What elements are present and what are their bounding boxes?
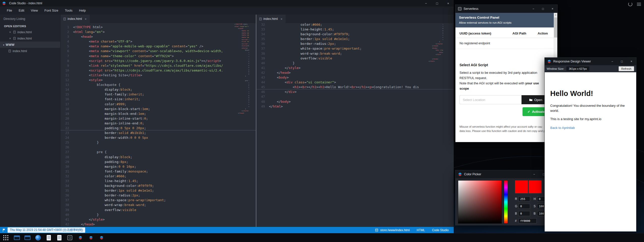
code-line[interactable]: 13 blockquote { xyxy=(60,82,256,87)
minimize-button[interactable]: − xyxy=(420,0,432,7)
close-file-icon[interactable]: × xyxy=(9,37,12,40)
scroll-up-icon[interactable]: ▲ xyxy=(554,13,557,17)
close-tab-icon[interactable]: × xyxy=(281,17,283,21)
code-line[interactable]: 3 <head> xyxy=(60,34,256,39)
title-bar[interactable]: Code Studio - index.html − □ × xyxy=(0,0,454,7)
code-line[interactable]: 18 margin-block-start:1em; xyxy=(60,107,256,111)
code-line[interactable]: 4 <meta charset="UTF-8"> xyxy=(60,39,256,44)
code-line[interactable]: 33 line-height:1.45; xyxy=(256,27,454,32)
code-line[interactable]: 28 display:block; xyxy=(60,155,256,159)
minimap[interactable]: 1<!DOCTYPE html>2<html lang="en">3 <head… xyxy=(234,23,249,227)
code-line[interactable]: 2<html lang="en"> xyxy=(60,29,256,34)
code-line[interactable]: 32 color:#666; xyxy=(60,174,256,179)
status-language[interactable]: HTML xyxy=(417,228,425,232)
restore-button[interactable]: □ xyxy=(432,0,443,7)
code-line[interactable]: 24 border-width:0 0 0 5px xyxy=(60,135,256,140)
code-line[interactable]: 1<!DOCTYPE html> xyxy=(60,25,256,29)
file-item[interactable]: index.html xyxy=(0,48,60,54)
code-line[interactable]: 44 <div class="ui container"> xyxy=(256,80,454,85)
code-line[interactable]: 34 background-color:#f9f9f9; xyxy=(60,183,256,188)
code-line[interactable]: 14 display:block; xyxy=(60,87,256,92)
code-line[interactable]: 8 <script src="https://code.jquery.com/j… xyxy=(60,58,256,63)
document-icon[interactable] xyxy=(56,234,63,241)
code-line[interactable]: 21 margin-inline-end:0; xyxy=(60,121,256,126)
code-line[interactable]: 32 color:#666; xyxy=(256,23,454,27)
menu-view[interactable]: View xyxy=(27,7,41,15)
code-line[interactable]: 35 border:1px solid #e1e1e1; xyxy=(60,188,256,193)
maximize-button[interactable]: □ xyxy=(538,5,548,13)
menu-file[interactable]: File xyxy=(4,7,15,15)
code-line[interactable]: 36 border-radius:2px; xyxy=(256,41,454,46)
code-line[interactable]: 25 } xyxy=(60,140,256,145)
hue-slider[interactable] xyxy=(504,180,508,224)
code-line[interactable]: 42 </head> xyxy=(60,222,256,227)
code-line[interactable]: 20 margin-inline-start:0; xyxy=(60,116,256,121)
code-line[interactable]: 23 border:solid #b1b1b1; xyxy=(60,130,256,135)
code-editor[interactable]: 1<!DOCTYPE html>2<html lang="en">3 <head… xyxy=(234,23,241,114)
previous-color-swatch[interactable] xyxy=(529,180,542,193)
folder-www[interactable]: ▾ WWW xyxy=(0,42,60,48)
document-icon[interactable] xyxy=(45,234,52,241)
code-line[interactable]: 46 </div> xyxy=(256,89,454,94)
code-line[interactable]: 22 padding:0 5px 0 20px; xyxy=(60,126,256,130)
code-line[interactable]: 10 <script src="https://cdnjs.cloudflare… xyxy=(60,68,256,73)
close-button[interactable]: × xyxy=(627,58,636,65)
app-grid-icon[interactable] xyxy=(3,234,9,241)
code-line[interactable]: 47 xyxy=(256,94,454,99)
code-line[interactable]: 49</html> xyxy=(256,104,454,109)
status-datetime[interactable]: Thu May 11 2023 21:54:48 GMT+0800 (台北標準時… xyxy=(8,227,85,233)
code-line[interactable]: 40 } xyxy=(60,212,256,217)
code-line[interactable]: 39 overflow:visible xyxy=(256,56,454,61)
window-icon[interactable] xyxy=(14,234,20,241)
tab-index-html[interactable]: index.html × xyxy=(256,15,286,23)
window-size-value[interactable]: 361px x 627px xyxy=(566,66,590,71)
code-line[interactable]: 36 border-radius:2px; xyxy=(60,193,256,198)
code-studio-icon[interactable] xyxy=(88,234,94,241)
open-editors-header[interactable]: OPEN EDITORS xyxy=(0,23,60,29)
code-studio-icon[interactable] xyxy=(98,234,105,241)
close-file-icon[interactable]: × xyxy=(9,30,12,34)
code-line[interactable]: 9 <link rel="stylesheet" href="https://c… xyxy=(60,63,256,68)
code-editor[interactable]: 1<!DOCTYPE html>2<html lang="en">3 <head… xyxy=(60,23,256,227)
refresh-button[interactable]: Refresh xyxy=(619,66,634,71)
blue-input[interactable] xyxy=(518,211,530,216)
hex-input[interactable] xyxy=(518,218,537,223)
panel-icon[interactable] xyxy=(67,234,73,241)
status-file[interactable]: store:/www/index.html xyxy=(375,228,410,232)
tab-index-html[interactable]: index.html × xyxy=(60,15,90,23)
saturation-field[interactable] xyxy=(458,180,502,224)
code-line[interactable]: 35 border:1px solid #e1e1e1; xyxy=(256,37,454,41)
preview-link[interactable]: Back to Aprintlab xyxy=(550,126,631,130)
code-line[interactable]: 38 word-wrap:break-word; xyxy=(256,51,454,56)
status-app-name[interactable]: Code Studio xyxy=(432,228,449,232)
code-line[interactable]: 31 font-family:monospace; xyxy=(60,169,256,174)
browser-icon[interactable] xyxy=(35,234,41,241)
code-line[interactable]: 29 padding:8px; xyxy=(60,159,256,164)
code-line[interactable]: 16 font-size:inherit; xyxy=(60,97,256,101)
minimap[interactable]: 32 color:#666;33 line-height:1.45;34 bac… xyxy=(428,23,443,227)
open-editor-item[interactable]: × index.html xyxy=(0,29,60,35)
window-icon[interactable] xyxy=(24,234,31,241)
code-line[interactable]: 34 background-color:#f9f9f9; xyxy=(256,32,454,37)
code-line[interactable]: 5 <meta name="apple-mobile-web-app-capab… xyxy=(60,44,256,49)
close-button[interactable]: × xyxy=(443,0,454,7)
code-line[interactable]: 17 color:#999; xyxy=(60,102,256,107)
script-location-input[interactable] xyxy=(459,95,522,104)
code-line[interactable]: 6 <meta name="viewport" content="user-sc… xyxy=(60,49,256,53)
red-input[interactable] xyxy=(518,196,530,201)
code-line[interactable]: 37 white-space:pre-wrap!important; xyxy=(60,198,256,202)
code-line[interactable]: 30 margin:0 0 10px; xyxy=(60,164,256,169)
serverless-title-bar[interactable]: Serverless − □ × xyxy=(455,5,557,13)
code-line[interactable]: 40 } xyxy=(256,61,454,65)
open-editor-item[interactable]: × index.html xyxy=(0,35,60,42)
code-line[interactable]: 38 word-wrap:break-word; xyxy=(60,202,256,207)
menu-tools[interactable]: Tools xyxy=(62,7,76,15)
maximize-button[interactable]: □ xyxy=(617,58,627,65)
code-line[interactable]: 27 pre { xyxy=(60,150,256,154)
code-line[interactable]: 43 <body> xyxy=(256,75,454,80)
minimize-button[interactable]: − xyxy=(529,170,539,178)
minimize-button[interactable]: − xyxy=(529,5,538,13)
close-button[interactable]: × xyxy=(548,5,557,13)
code-line[interactable]: 12 <style> xyxy=(60,78,256,82)
code-line[interactable]: 7 <meta name="theme-color" content="#ff9… xyxy=(60,54,256,58)
